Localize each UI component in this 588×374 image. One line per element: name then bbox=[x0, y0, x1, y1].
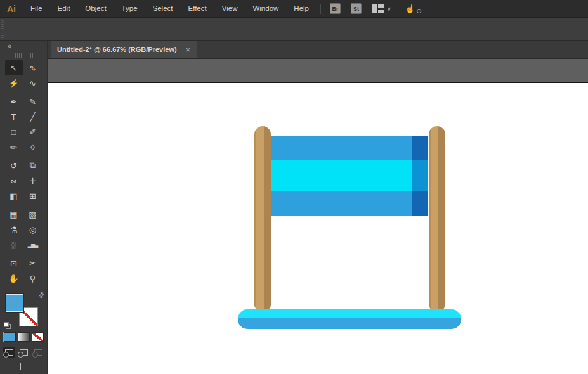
banner-stripe-cyan[interactable] bbox=[271, 160, 428, 191]
width-tool[interactable]: ∾ bbox=[5, 173, 23, 188]
workspace-switcher[interactable]: ∨ bbox=[372, 4, 391, 13]
swap-fill-stroke-icon[interactable]: ⇄ bbox=[37, 290, 47, 300]
banner-edge-shadow-top[interactable] bbox=[412, 136, 428, 160]
eyedropper-tool[interactable]: ⚗ bbox=[5, 222, 23, 237]
line-segment-tool[interactable]: ╱ bbox=[24, 109, 42, 124]
zoom-tool[interactable]: ⚲ bbox=[24, 271, 42, 286]
eraser-tool-icon: ◊ bbox=[30, 143, 34, 152]
menu-type[interactable]: Type bbox=[114, 0, 145, 17]
artwork-base[interactable] bbox=[238, 309, 461, 329]
magic-wand-tool[interactable]: ⚡ bbox=[5, 75, 23, 91]
eraser-tool[interactable]: ◊ bbox=[24, 139, 42, 155]
paintbrush-tool-icon: ✐ bbox=[29, 127, 36, 137]
panel-drag-grip[interactable] bbox=[15, 53, 33, 58]
menu-object[interactable]: Object bbox=[77, 0, 114, 17]
document-tab[interactable]: Untitled-2* @ 66.67% (RGB/Preview) × bbox=[51, 41, 197, 58]
selection-tool-icon: ↖ bbox=[10, 63, 17, 73]
shaper-tool-icon: ✏ bbox=[10, 143, 17, 152]
selection-tool[interactable]: ↖ bbox=[5, 60, 23, 75]
draw-inside-button[interactable] bbox=[32, 347, 44, 358]
draw-normal-button[interactable] bbox=[3, 347, 15, 358]
tool-group: ↺⧉∾✛◧⊞ bbox=[0, 158, 48, 203]
menu-select[interactable]: Select bbox=[145, 0, 181, 17]
none-button[interactable] bbox=[32, 332, 44, 342]
tool-group: ↖⇖⚡∿ bbox=[0, 60, 48, 91]
puppet-warp-tool[interactable]: ✛ bbox=[24, 173, 42, 188]
scale-tool[interactable]: ⧉ bbox=[24, 158, 42, 173]
pen-tool[interactable]: ✒ bbox=[5, 94, 23, 109]
symbol-sprayer-tool-icon: ░ bbox=[11, 241, 16, 248]
blend-tool[interactable]: ◎ bbox=[24, 222, 42, 237]
change-screen-mode-button[interactable] bbox=[16, 363, 31, 374]
banner-edge-shadow-middle[interactable] bbox=[412, 160, 428, 191]
menu-help[interactable]: Help bbox=[286, 0, 317, 17]
line-segment-tool-icon: ╱ bbox=[30, 112, 36, 122]
menu-view[interactable]: View bbox=[214, 0, 245, 17]
perspective-grid-tool[interactable]: ⊞ bbox=[24, 188, 42, 203]
shape-builder-tool[interactable]: ◧ bbox=[5, 188, 23, 203]
rotate-tool-icon: ↺ bbox=[10, 161, 17, 171]
default-fill-stroke-icon[interactable] bbox=[4, 322, 11, 329]
artboard-tool-icon: ⊡ bbox=[10, 259, 17, 268]
tool-grid: ↖⇖⚡∿✒✎T╱□✐✏◊↺⧉∾✛◧⊞▦▧⚗◎░▂▅▃⊡✂✋⚲ bbox=[0, 60, 48, 289]
menu-file[interactable]: File bbox=[23, 0, 50, 17]
document-title: Untitled-2* @ 66.67% (RGB/Preview) bbox=[57, 46, 177, 53]
menu-effect[interactable]: Effect bbox=[181, 0, 214, 17]
gradient-tool-icon: ▧ bbox=[29, 210, 36, 219]
draw-behind-button[interactable] bbox=[17, 347, 30, 358]
graph-tool[interactable]: ▂▅▃ bbox=[24, 237, 42, 252]
banner-stripe-blue-top[interactable] bbox=[271, 136, 428, 160]
scale-tool-icon: ⧉ bbox=[30, 160, 36, 171]
menu-items: FileEditObjectTypeSelectEffectViewWindow… bbox=[23, 0, 317, 17]
slice-tool[interactable]: ✂ bbox=[24, 255, 42, 271]
type-tool[interactable]: T bbox=[5, 109, 23, 124]
banner-stripe-blue-bottom[interactable] bbox=[271, 191, 428, 216]
close-icon[interactable]: × bbox=[186, 46, 191, 54]
artwork-right-post[interactable] bbox=[429, 126, 445, 311]
artboard-tool[interactable]: ⊡ bbox=[5, 255, 23, 271]
lasso-tool[interactable]: ∿ bbox=[24, 75, 42, 91]
pen-tool-icon: ✒ bbox=[10, 97, 17, 106]
banner-edge-shadow-bottom[interactable] bbox=[412, 191, 428, 216]
panel-grip[interactable] bbox=[1, 20, 4, 38]
fill-proxy-swatch[interactable] bbox=[5, 293, 24, 313]
mesh-tool-icon: ▦ bbox=[10, 210, 17, 219]
tool-group: ▦▧⚗◎░▂▅▃ bbox=[0, 207, 48, 252]
slice-tool-icon: ✂ bbox=[29, 259, 36, 268]
gradient-button[interactable] bbox=[18, 332, 30, 342]
magic-wand-tool-icon: ⚡ bbox=[8, 79, 18, 88]
pasteboard[interactable] bbox=[48, 59, 588, 82]
curvature-tool-icon: ✎ bbox=[29, 97, 36, 106]
menu-window[interactable]: Window bbox=[245, 0, 286, 17]
artboard[interactable] bbox=[48, 82, 588, 374]
direct-selection-tool-icon: ⇖ bbox=[29, 63, 36, 73]
draw-normal-icon bbox=[5, 349, 13, 356]
shape-builder-tool-icon: ◧ bbox=[10, 191, 17, 201]
stock-icon[interactable]: St bbox=[351, 3, 362, 14]
touch-workspace-icon[interactable]: ☝ ⊙ bbox=[405, 4, 422, 13]
puppet-warp-tool-icon: ✛ bbox=[29, 176, 36, 186]
artwork-banner[interactable] bbox=[271, 136, 428, 216]
tool-group: ⊡✂✋⚲ bbox=[0, 255, 48, 286]
document-tab-bar: Untitled-2* @ 66.67% (RGB/Preview) × bbox=[48, 41, 588, 59]
rotate-tool[interactable]: ↺ bbox=[5, 158, 23, 173]
menu-edit[interactable]: Edit bbox=[50, 0, 78, 17]
eyedropper-tool-icon: ⚗ bbox=[10, 225, 18, 235]
menubar-right: Br St ∨ ☝ ⊙ bbox=[330, 3, 422, 14]
drawing-mode-buttons bbox=[3, 347, 44, 358]
artwork-left-post[interactable] bbox=[254, 126, 271, 311]
type-tool-icon: T bbox=[11, 112, 16, 122]
mesh-tool[interactable]: ▦ bbox=[5, 207, 23, 222]
graph-tool-icon: ▂▅▃ bbox=[28, 242, 37, 248]
symbol-sprayer-tool[interactable]: ░ bbox=[5, 237, 23, 252]
paintbrush-tool[interactable]: ✐ bbox=[24, 124, 42, 139]
shaper-tool[interactable]: ✏ bbox=[5, 139, 23, 155]
collapse-panel-icon[interactable]: « bbox=[8, 42, 11, 49]
rectangle-tool[interactable]: □ bbox=[5, 124, 23, 139]
gradient-tool[interactable]: ▧ bbox=[24, 207, 42, 222]
hand-tool[interactable]: ✋ bbox=[5, 271, 23, 286]
bridge-icon[interactable]: Br bbox=[330, 3, 341, 14]
curvature-tool[interactable]: ✎ bbox=[24, 94, 42, 109]
color-button[interactable] bbox=[4, 332, 16, 342]
direct-selection-tool[interactable]: ⇖ bbox=[24, 60, 42, 75]
